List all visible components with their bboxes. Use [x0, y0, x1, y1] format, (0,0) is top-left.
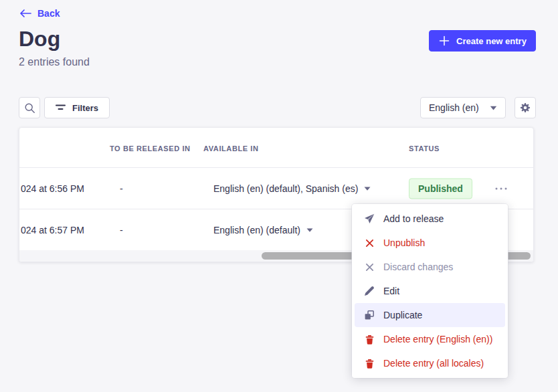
cross-icon [364, 263, 375, 272]
back-label: Back [37, 8, 60, 19]
back-link[interactable]: Back [20, 8, 60, 19]
trash-icon [364, 359, 375, 369]
menu-item-label: Add to release [383, 213, 444, 224]
settings-button[interactable] [515, 97, 536, 118]
arrow-left-icon [20, 9, 31, 17]
menu-item-discard-changes[interactable]: Discard changes [355, 255, 505, 279]
menu-item-edit[interactable]: Edit [355, 279, 505, 303]
plus-icon [438, 35, 450, 47]
search-button[interactable] [19, 97, 40, 118]
chevron-down-icon [490, 106, 497, 110]
column-header-available-in: AVAILABLE IN [203, 144, 259, 153]
pencil-icon [364, 286, 375, 296]
available-locales-text: English (en) (default) [213, 225, 300, 235]
cell-to-be-released-in: - [120, 183, 123, 194]
entries-count: 2 entries found [19, 56, 90, 68]
table-row[interactable]: 024 at 6:56 PM - English (en) (default),… [19, 168, 533, 209]
menu-item-label: Delete entry (English (en)) [383, 334, 492, 345]
status-cell: Published [409, 178, 472, 199]
filters-button[interactable]: Filters [44, 97, 110, 118]
row-actions-button[interactable] [490, 180, 513, 197]
available-locales-text: English (en) (default), Spanish (es) [213, 183, 358, 194]
filters-label: Filters [72, 103, 98, 113]
menu-item-delete-entry-all-locales[interactable]: Delete entry (all locales) [355, 351, 505, 375]
status-badge: Published [409, 178, 472, 199]
menu-item-label: Delete entry (all locales) [383, 358, 484, 369]
cell-available-in[interactable]: English (en) (default) [213, 225, 313, 235]
filter-icon [56, 104, 66, 111]
create-new-entry-button[interactable]: Create new entry [429, 30, 536, 52]
menu-item-unpublish[interactable]: Unpublish [355, 231, 505, 255]
column-header-status: STATUS [409, 144, 440, 153]
caret-down-icon [364, 187, 371, 191]
menu-item-delete-entry-current-locale[interactable]: Delete entry (English (en)) [355, 327, 505, 351]
row-actions-menu: Add to release Unpublish Discard changes… [352, 204, 508, 378]
cell-updated-at: 024 at 6:56 PM [21, 183, 84, 194]
menu-item-label: Unpublish [383, 237, 425, 248]
trash-icon [364, 334, 375, 345]
locale-select[interactable]: English (en) [420, 97, 506, 118]
caret-down-icon [306, 228, 313, 232]
menu-item-label: Edit [383, 286, 399, 296]
locale-select-value: English (en) [429, 102, 479, 113]
page-title: Dog [19, 27, 60, 52]
create-new-entry-label: Create new entry [456, 36, 527, 46]
table-header-row: TO BE RELEASED IN AVAILABLE IN STATUS [19, 128, 533, 168]
cell-to-be-released-in: - [120, 225, 123, 235]
gear-icon [519, 102, 531, 114]
search-icon [24, 102, 35, 114]
menu-item-label: Duplicate [383, 310, 422, 320]
paper-plane-icon [364, 213, 375, 224]
column-header-to-be-released-in: TO BE RELEASED IN [110, 144, 191, 153]
menu-item-label: Discard changes [383, 262, 453, 272]
cell-updated-at: 024 at 6:57 PM [21, 225, 84, 235]
cross-icon [364, 239, 375, 248]
more-dots-icon [495, 187, 507, 190]
duplicate-icon [364, 310, 375, 320]
menu-item-add-to-release[interactable]: Add to release [355, 207, 505, 231]
cell-available-in[interactable]: English (en) (default), Spanish (es) [213, 183, 371, 194]
menu-item-duplicate[interactable]: Duplicate [355, 303, 505, 327]
